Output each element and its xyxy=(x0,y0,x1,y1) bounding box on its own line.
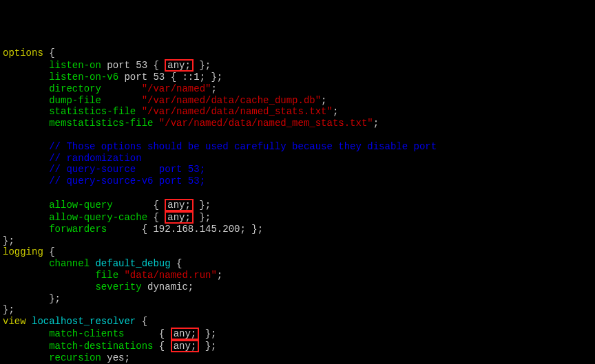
semi: ; xyxy=(373,118,379,129)
string-dumpfile: "/var/named/data/cache_dump.db" xyxy=(142,95,321,106)
comment-line-3: // query-source port 53; xyxy=(49,164,205,175)
brace-close: }; xyxy=(49,293,61,304)
keyword-options: options xyxy=(3,47,43,58)
pad: { xyxy=(113,200,165,211)
keyword-view: view xyxy=(3,316,26,327)
pad xyxy=(101,95,142,106)
keyword-channel: channel xyxy=(49,258,90,269)
brace: { xyxy=(43,47,55,58)
value-any: any; xyxy=(167,212,191,223)
keyword-match-destinations: match-destinations xyxy=(49,341,153,352)
keyword-memstatistics-file: memstatistics-file xyxy=(49,118,153,129)
pad xyxy=(153,118,158,129)
keyword-dump-file: dump-file xyxy=(49,95,101,106)
comment-line-1: // Those options should be used carefull… xyxy=(49,141,437,152)
terminal-viewport[interactable]: options { listen-on port 53 { any; }; li… xyxy=(3,47,592,364)
pad xyxy=(101,83,142,94)
keyword-allow-query: allow-query xyxy=(49,200,112,211)
string-directory: "/var/named" xyxy=(142,83,211,94)
keyword-match-clients: match-clients xyxy=(49,328,124,339)
brace: { xyxy=(43,246,55,257)
value-any: any; xyxy=(174,341,197,352)
comment-line-4: // query-source-v6 port 53; xyxy=(49,175,205,186)
keyword-directory: directory xyxy=(49,83,101,94)
ident-localhost-resolver: localhost_resolver xyxy=(32,316,136,327)
value-any: any; xyxy=(174,328,197,339)
keyword-file: file xyxy=(95,270,118,281)
pad: { xyxy=(147,212,165,223)
keyword-severity: severity xyxy=(95,281,141,292)
text: }; xyxy=(199,341,216,352)
semi: ; xyxy=(211,83,216,94)
text: port 53 { ::1; }; xyxy=(118,72,222,83)
brace: { xyxy=(136,316,147,327)
semi: ; xyxy=(321,95,326,106)
keyword-allow-query-cache: allow-query-cache xyxy=(49,212,147,223)
pad xyxy=(136,106,141,117)
highlight-any-listen: any; xyxy=(165,59,194,72)
keyword-recursion: recursion xyxy=(49,352,101,363)
text: dynamic; xyxy=(142,281,194,292)
string-memstatsfile: "/var/named/data/named_mem_stats.txt" xyxy=(159,118,373,129)
keyword-statistics-file: statistics-file xyxy=(49,106,136,117)
brace: { xyxy=(171,258,182,269)
pad: { xyxy=(124,328,170,339)
highlight-any-allowquerycache: any; xyxy=(165,211,194,224)
text: }; xyxy=(199,328,216,339)
pad: { xyxy=(153,341,170,352)
string-filelog: "data/named.run" xyxy=(124,270,216,281)
ident-default-debug: default_debug xyxy=(95,258,170,269)
value-any: any; xyxy=(167,200,191,211)
value-any: any; xyxy=(167,60,191,71)
brace-close: }; xyxy=(3,304,14,315)
highlight-any-matchclients: any; xyxy=(171,328,200,340)
keyword-listen-on-v6: listen-on-v6 xyxy=(49,72,118,83)
semi: ; xyxy=(217,270,222,281)
text: { 192.168.145.200; }; xyxy=(107,224,263,235)
highlight-any-allowquery: any; xyxy=(165,199,194,211)
text: yes; xyxy=(101,352,130,363)
text: }; xyxy=(194,212,211,223)
text: port 53 { xyxy=(101,60,165,71)
keyword-forwarders: forwarders xyxy=(49,224,107,235)
highlight-any-matchdest: any; xyxy=(171,340,200,352)
text: }; xyxy=(194,60,211,71)
comment-line-2: // randomization xyxy=(49,153,141,164)
brace-close: }; xyxy=(3,235,14,246)
text: }; xyxy=(194,200,211,211)
keyword-listen-on: listen-on xyxy=(49,60,101,71)
keyword-logging: logging xyxy=(3,246,43,257)
semi: ; xyxy=(333,106,338,117)
string-statsfile: "/var/named/data/named_stats.txt" xyxy=(142,106,333,117)
